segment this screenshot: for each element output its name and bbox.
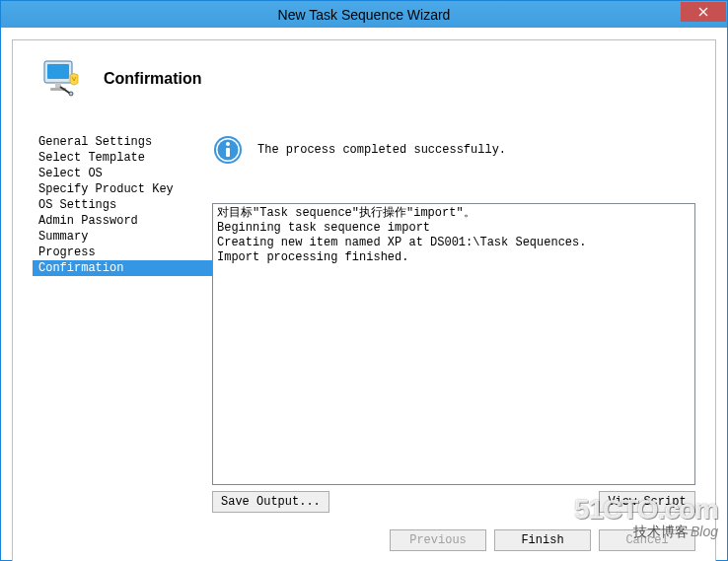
log-output[interactable]: 对目标"Task sequence"执行操作"import"。 Beginnin… — [212, 203, 695, 485]
sidebar-item-specify-product-key[interactable]: Specify Product Key — [33, 181, 212, 197]
body: General Settings Select Template Select … — [13, 116, 715, 523]
footer: Previous Finish Cancel — [13, 523, 715, 561]
previous-button: Previous — [390, 529, 486, 551]
sidebar-item-select-template[interactable]: Select Template — [33, 150, 212, 166]
page-title: Confirmation — [104, 70, 202, 88]
svg-point-8 — [226, 142, 230, 146]
sidebar-item-general-settings[interactable]: General Settings — [33, 134, 212, 150]
sidebar-item-os-settings[interactable]: OS Settings — [33, 197, 212, 213]
status-row: The process completed successfully. — [212, 134, 695, 166]
log-line: 对目标"Task sequence"执行操作"import"。 — [217, 206, 475, 220]
log-line: Beginning task sequence import — [217, 221, 430, 235]
sidebar-item-confirmation[interactable]: Confirmation — [33, 260, 212, 276]
svg-point-4 — [69, 92, 73, 96]
cancel-button: Cancel — [599, 529, 695, 551]
status-message: The process completed successfully. — [257, 143, 506, 157]
view-script-button[interactable]: View Script — [599, 491, 695, 513]
computer-icon — [40, 57, 84, 101]
window-title: New Task Sequence Wizard — [1, 7, 727, 23]
main-panel: The process completed successfully. 对目标"… — [212, 134, 695, 513]
content-outer: Confirmation General Settings Select Tem… — [1, 28, 727, 560]
log-line: Creating new item named XP at DS001:\Tas… — [217, 236, 586, 249]
content: Confirmation General Settings Select Tem… — [12, 39, 716, 561]
log-line: Import processing finished. — [217, 250, 408, 264]
save-output-button[interactable]: Save Output... — [212, 491, 329, 513]
close-icon — [698, 7, 708, 17]
sidebar-item-progress[interactable]: Progress — [33, 245, 212, 260]
titlebar: New Task Sequence Wizard — [1, 1, 727, 28]
info-icon — [212, 134, 244, 166]
sidebar-item-select-os[interactable]: Select OS — [33, 166, 212, 181]
svg-rect-1 — [47, 64, 69, 79]
sidebar-item-admin-password[interactable]: Admin Password — [33, 213, 212, 229]
finish-button[interactable]: Finish — [494, 529, 591, 551]
sidebar: General Settings Select Template Select … — [33, 134, 212, 513]
wizard-window: New Task Sequence Wizard — [0, 0, 728, 561]
sidebar-item-summary[interactable]: Summary — [33, 229, 212, 245]
header: Confirmation — [13, 40, 715, 116]
svg-rect-9 — [226, 148, 230, 157]
close-button[interactable] — [681, 2, 726, 22]
mid-button-row: Save Output... View Script — [212, 491, 695, 513]
